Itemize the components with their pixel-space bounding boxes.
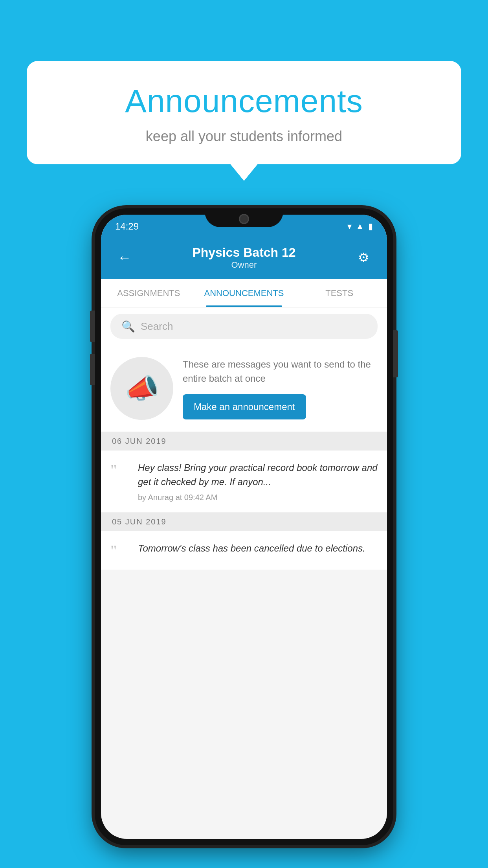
announcement-item-1[interactable]: " Hey class! Bring your practical record…	[101, 451, 387, 513]
batch-role: Owner	[136, 260, 352, 270]
tab-announcements[interactable]: ANNOUNCEMENTS	[196, 279, 292, 307]
power-button	[393, 330, 398, 377]
search-placeholder: Search	[141, 320, 173, 333]
announcement-content-1: Hey class! Bring your practical record b…	[138, 461, 378, 502]
announcement-content-2: Tomorrow's class has been cancelled due …	[138, 541, 378, 559]
search-icon: 🔍	[121, 320, 135, 333]
date-separator-2: 05 JUN 2019	[101, 513, 387, 531]
header-section: Announcements keep all your students inf…	[27, 61, 461, 164]
quote-icon-2: "	[110, 541, 130, 559]
tab-tests[interactable]: TESTS	[292, 279, 387, 307]
search-container: 🔍 Search	[101, 307, 387, 345]
tab-bar: ASSIGNMENTS ANNOUNCEMENTS TESTS	[101, 279, 387, 307]
wifi-icon: ▾	[347, 221, 352, 232]
search-bar[interactable]: 🔍 Search	[110, 314, 378, 339]
volume-up-button	[90, 311, 95, 342]
announcement-meta-1: by Anurag at 09:42 AM	[138, 493, 378, 502]
megaphone-icon: 📣	[125, 372, 159, 405]
app-bar: ← Physics Batch 12 Owner ⚙	[101, 236, 387, 279]
quote-icon-1: "	[110, 461, 130, 478]
promo-section: 📣 These are messages you want to send to…	[101, 345, 387, 432]
promo-description: These are messages you want to send to t…	[183, 357, 378, 386]
main-subtitle: keep all your students informed	[50, 128, 438, 145]
status-time: 14:29	[115, 221, 139, 232]
signal-icon: ▲	[356, 221, 364, 232]
phone-camera	[239, 214, 249, 224]
volume-down-button	[90, 354, 95, 385]
settings-button[interactable]: ⚙	[352, 250, 375, 265]
promo-right: These are messages you want to send to t…	[183, 357, 378, 419]
main-title: Announcements	[50, 83, 438, 120]
phone-shell: 14:29 ▾ ▲ ▮ ← Physics Batch 12 Owner ⚙	[95, 208, 393, 845]
app-bar-center: Physics Batch 12 Owner	[136, 245, 352, 270]
announcement-item-2[interactable]: " Tomorrow's class has been cancelled du…	[101, 531, 387, 570]
make-announcement-button[interactable]: Make an announcement	[183, 394, 306, 419]
speech-bubble: Announcements keep all your students inf…	[27, 61, 461, 164]
date-separator-1: 06 JUN 2019	[101, 432, 387, 451]
battery-icon: ▮	[368, 221, 373, 232]
promo-icon-circle: 📣	[110, 357, 173, 420]
phone-notch	[205, 208, 283, 227]
tab-assignments[interactable]: ASSIGNMENTS	[101, 279, 196, 307]
status-icons: ▾ ▲ ▮	[347, 221, 373, 232]
phone-screen: 14:29 ▾ ▲ ▮ ← Physics Batch 12 Owner ⚙	[101, 215, 387, 839]
announcement-text-1: Hey class! Bring your practical record b…	[138, 461, 378, 489]
announcement-text-2: Tomorrow's class has been cancelled due …	[138, 541, 378, 555]
back-button[interactable]: ←	[113, 249, 136, 266]
phone-mockup: 14:29 ▾ ▲ ▮ ← Physics Batch 12 Owner ⚙	[95, 208, 393, 845]
batch-title: Physics Batch 12	[136, 245, 352, 260]
